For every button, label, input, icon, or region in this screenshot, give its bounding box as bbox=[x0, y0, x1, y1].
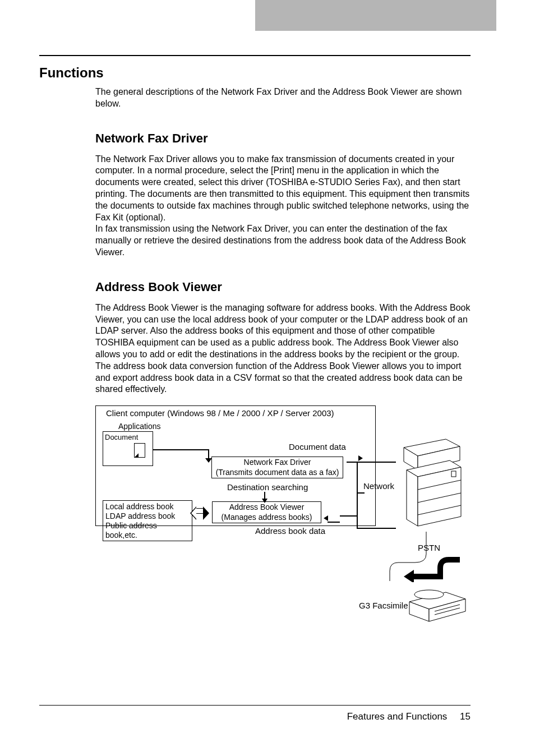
document-icon bbox=[134, 443, 145, 458]
section-address-book-viewer-body: The Address Book Viewer is the managing … bbox=[95, 302, 471, 395]
page-number: 15 bbox=[460, 711, 471, 722]
section-network-fax-driver-title: Network Fax Driver bbox=[95, 131, 471, 146]
abv-subtitle: (Manages address books) bbox=[214, 513, 320, 523]
address-book-viewer-box: Address Book Viewer (Manages address boo… bbox=[212, 501, 321, 523]
arrow-down-icon bbox=[264, 492, 265, 499]
section-address-book-viewer-title: Address Book Viewer bbox=[95, 280, 471, 294]
page-content: Functions The general descriptions of th… bbox=[39, 55, 471, 722]
address-book-list-box: Local address book LDAP address book Pub… bbox=[103, 500, 192, 541]
svg-point-14 bbox=[414, 590, 444, 599]
header-gray-bar bbox=[255, 0, 496, 31]
g3-facsimile-label: G3 Facsimile bbox=[359, 601, 408, 610]
public-address-book-label: Public address book,etc. bbox=[105, 521, 190, 540]
network-bus-line bbox=[357, 462, 358, 529]
nfd-title: Network Fax Driver bbox=[213, 458, 342, 468]
network-tap-line bbox=[357, 492, 365, 494]
network-fax-driver-box: Network Fax Driver (Transmits document d… bbox=[211, 457, 343, 478]
network-line bbox=[357, 528, 396, 529]
bidirectional-arrow-icon bbox=[196, 508, 204, 514]
page-title: Functions bbox=[39, 65, 471, 81]
mfp-printer-icon bbox=[398, 436, 465, 532]
arrow-left-icon bbox=[324, 515, 340, 525]
abv-title: Address Book Viewer bbox=[214, 503, 320, 513]
footer-rule bbox=[39, 705, 471, 706]
network-label: Network bbox=[363, 481, 394, 491]
svg-rect-9 bbox=[451, 471, 456, 477]
address-book-data-label: Address book data bbox=[255, 526, 325, 536]
document-box: Document bbox=[103, 431, 153, 466]
footer-section-title: Features and Functions bbox=[347, 711, 448, 722]
fax-machine-icon bbox=[407, 582, 468, 627]
local-address-book-label: Local address book bbox=[105, 502, 190, 511]
destination-searching-label: Destination searching bbox=[227, 482, 308, 492]
svg-marker-4 bbox=[407, 470, 418, 526]
top-rule bbox=[39, 55, 471, 56]
client-computer-box: Client computer (Windows 98 / Me / 2000 … bbox=[95, 405, 376, 526]
svg-marker-10 bbox=[404, 570, 414, 582]
document-data-label: Document data bbox=[289, 442, 346, 451]
intro-paragraph: The general descriptions of the Network … bbox=[95, 86, 471, 110]
arrow-line bbox=[340, 515, 357, 517]
pstn-connection-icon bbox=[387, 532, 465, 582]
section-network-fax-driver-body: The Network Fax Driver allows you to mak… bbox=[95, 154, 471, 259]
nfd-subtitle: (Transmits document data as a fax) bbox=[213, 468, 342, 478]
arrow-line bbox=[153, 449, 209, 450]
ldap-address-book-label: LDAP address book bbox=[105, 511, 190, 521]
document-label: Document bbox=[105, 433, 138, 441]
arrow-right-icon bbox=[347, 455, 363, 465]
page-footer: Features and Functions 15 bbox=[347, 711, 471, 722]
applications-label: Applications bbox=[118, 422, 161, 431]
architecture-diagram: Client computer (Windows 98 / Me / 2000 … bbox=[95, 405, 465, 630]
network-line bbox=[357, 462, 396, 463]
client-computer-label: Client computer (Windows 98 / Me / 2000 … bbox=[106, 408, 371, 418]
